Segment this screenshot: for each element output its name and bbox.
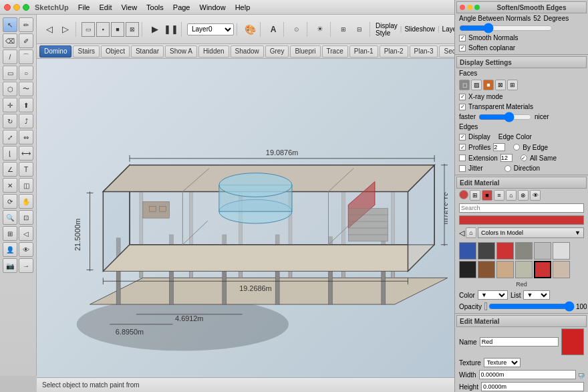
face-icon-3[interactable]: ■ xyxy=(483,80,494,90)
minimize-window-button[interactable] xyxy=(13,4,20,11)
menu-help[interactable]: Help xyxy=(231,2,255,13)
menu-page[interactable]: Page xyxy=(169,2,194,13)
play-button[interactable]: ▶ xyxy=(148,22,162,37)
face-icon-1[interactable]: ◻ xyxy=(459,80,470,90)
swatch-verylightgrey[interactable] xyxy=(553,242,570,260)
smooth-normals-checkbox[interactable] xyxy=(459,35,466,41)
xray-toggle-btn[interactable]: ⊙ xyxy=(289,22,304,37)
previous-view-tool[interactable]: ◁ xyxy=(19,226,33,241)
tab-plan1[interactable]: Plan-1 xyxy=(349,45,378,58)
pause-button[interactable]: ❚❚ xyxy=(164,22,178,37)
panel-close-btn[interactable] xyxy=(460,5,465,10)
look-around-tool[interactable]: 👁 xyxy=(19,242,33,257)
swatch-tan[interactable] xyxy=(496,261,514,278)
face-icon-5[interactable]: ⊞ xyxy=(507,80,518,90)
material-color-btn[interactable] xyxy=(459,190,468,199)
pushpull-tool[interactable]: ⬆ xyxy=(19,98,33,112)
tab-object[interactable]: Object xyxy=(101,45,130,58)
menu-view[interactable]: View xyxy=(117,2,141,13)
tab-shadow[interactable]: Shadow xyxy=(231,45,264,58)
tab-blueprint[interactable]: Bluepri xyxy=(290,45,320,58)
swatch-greige[interactable] xyxy=(515,261,533,278)
shadow-toggle-btn[interactable]: ☀ xyxy=(313,22,327,37)
walk-tool[interactable]: 👤 xyxy=(3,242,17,257)
material-blend-btn[interactable]: ⊗ xyxy=(518,190,529,201)
panel-max-btn[interactable] xyxy=(474,5,480,10)
color-search-bar[interactable] xyxy=(459,215,584,225)
home-icon-btn[interactable]: ⌂ xyxy=(466,227,476,238)
swatch-red-selected[interactable] xyxy=(534,261,551,278)
tab-plan3[interactable]: Plan-3 xyxy=(410,45,438,58)
face-icon-2[interactable]: ▨ xyxy=(471,80,482,90)
xray-checkbox[interactable] xyxy=(459,94,466,100)
tab-hidden[interactable]: Hidden xyxy=(198,45,229,58)
profiles-checkbox[interactable] xyxy=(459,144,466,151)
colors-in-model-dropdown[interactable]: Colors In Model ▼ xyxy=(478,227,584,238)
material-search-input[interactable] xyxy=(459,203,584,213)
profiles-value[interactable] xyxy=(493,143,505,151)
followme-tool[interactable]: ⤴ xyxy=(19,114,33,128)
swatch-sand[interactable] xyxy=(553,261,570,278)
back-button[interactable]: ◁ xyxy=(42,22,57,37)
line-tool[interactable]: / xyxy=(3,50,17,64)
by-edge-radio[interactable] xyxy=(513,144,520,151)
menu-tools[interactable]: Tools xyxy=(142,2,168,13)
quality-slider[interactable] xyxy=(478,114,532,120)
shaded-btn[interactable]: ■ xyxy=(111,22,124,37)
forward-button[interactable]: ▷ xyxy=(58,22,73,37)
wireframe-btn[interactable]: ▭ xyxy=(82,22,95,37)
menu-edit[interactable]: Edit xyxy=(95,2,116,13)
hidden-line-btn[interactable]: ▪ xyxy=(96,22,110,37)
orbit-tool[interactable]: ⟳ xyxy=(3,194,17,209)
axes-tool[interactable]: ✕ xyxy=(3,178,17,193)
polygon-tool[interactable]: ⬡ xyxy=(3,82,17,96)
tape-tool[interactable]: ⌊ xyxy=(3,146,17,161)
erase-tool[interactable]: ⌫ xyxy=(3,33,17,48)
material-texture-btn[interactable]: ■ xyxy=(482,190,492,201)
extension-checkbox[interactable] xyxy=(459,155,466,161)
height-input[interactable] xyxy=(481,382,584,391)
panel-min-btn[interactable] xyxy=(467,5,472,10)
dimension-tool[interactable]: ⟷ xyxy=(19,146,33,161)
section-cuts-btn[interactable]: ⊞ xyxy=(336,22,351,37)
swatch-blue[interactable] xyxy=(459,242,476,260)
rect-tool[interactable]: ▭ xyxy=(3,66,17,80)
color-wheel-btn[interactable]: 🎨 xyxy=(243,22,257,37)
face-icon-4[interactable]: ⊠ xyxy=(495,80,506,90)
material-pattern-btn[interactable]: ⊞ xyxy=(470,190,480,201)
opacity-slider[interactable] xyxy=(488,304,575,309)
zoom-tool[interactable]: 🔍 xyxy=(3,210,17,225)
position-camera-tool[interactable]: 📷 xyxy=(3,258,17,273)
swatch-olive[interactable] xyxy=(515,242,533,260)
texture-select[interactable]: Texture ▼ xyxy=(484,358,521,367)
extension-value[interactable] xyxy=(500,154,512,162)
soften-coplanar-checkbox[interactable] xyxy=(459,45,466,52)
viewport[interactable]: 19.0876m 31.3197m 19.2686m 21.5000m 4.69… xyxy=(37,59,454,377)
tab-stairs[interactable]: Stairs xyxy=(73,45,100,58)
circle-tool[interactable]: ○ xyxy=(19,66,33,80)
maximize-window-button[interactable] xyxy=(23,4,29,11)
move-tool[interactable]: ✛ xyxy=(3,98,17,112)
tab-plan2[interactable]: Plan-2 xyxy=(380,45,408,58)
nav-left-btn[interactable]: ◁ xyxy=(459,229,464,237)
swatch-lightgrey[interactable] xyxy=(534,242,551,260)
rotate-tool[interactable]: ↻ xyxy=(3,114,17,128)
tab-standard[interactable]: Standar xyxy=(131,45,164,58)
select-tool[interactable]: ↖ xyxy=(3,17,17,32)
offset-tool[interactable]: ⇔ xyxy=(19,130,33,144)
color-mode-select[interactable]: ▼ xyxy=(478,290,508,300)
swatch-red1[interactable] xyxy=(496,242,514,260)
pan-tool[interactable]: ✋ xyxy=(19,194,33,209)
material-eye-btn[interactable]: 👁 xyxy=(530,190,541,201)
transparent-checkbox[interactable] xyxy=(459,104,466,110)
arc-tool[interactable]: ⌒ xyxy=(19,50,33,64)
menu-window[interactable]: Window xyxy=(196,2,230,13)
swatch-brown[interactable] xyxy=(478,261,495,278)
angle-slider[interactable] xyxy=(459,25,553,31)
paint-tool[interactable]: ✏ xyxy=(19,17,33,32)
menu-file[interactable]: File xyxy=(74,2,94,13)
opacity-slider-handle[interactable] xyxy=(484,302,487,310)
tab-show-a[interactable]: Show A xyxy=(165,45,197,58)
display-edges-checkbox[interactable] xyxy=(459,134,466,140)
zoom-fit-tool[interactable]: ⊡ xyxy=(19,210,33,225)
